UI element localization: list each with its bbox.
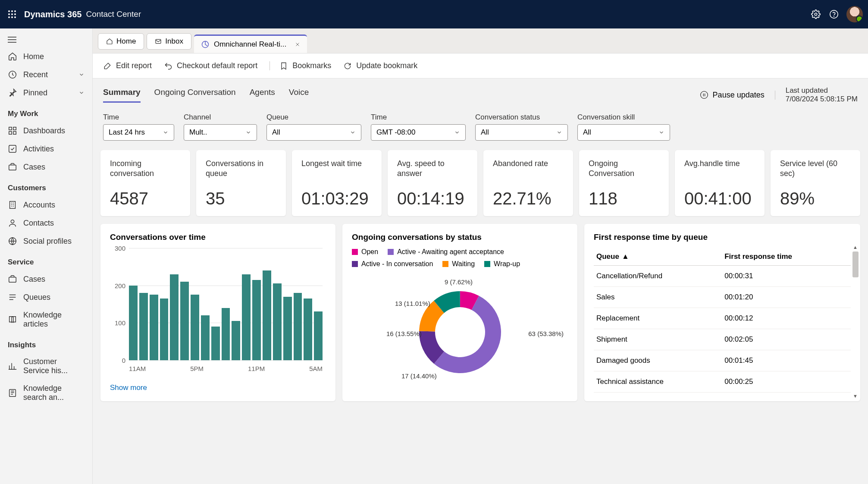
show-more-link[interactable]: Show more	[110, 383, 326, 392]
panel-title: Ongoing conversations by status	[352, 233, 568, 242]
brand-title: Dynamics 365	[24, 9, 81, 19]
table-row[interactable]: Replacement00:00:12	[594, 308, 851, 329]
nav-section-service: Service	[0, 250, 92, 270]
filter-status-dropdown[interactable]: All	[475, 124, 568, 141]
filter-conversation-status: Conversation status All	[475, 113, 568, 141]
bookmark-icon	[279, 62, 288, 70]
report-tab-ongoing[interactable]: Ongoing Conversation	[154, 88, 236, 103]
svg-point-10	[830, 10, 838, 18]
svg-rect-21	[9, 165, 16, 170]
nav-service-cases[interactable]: Cases	[0, 270, 92, 288]
brand-subtitle: Contact Center	[86, 9, 141, 19]
scroll-up-icon[interactable]: ▲	[853, 245, 858, 250]
close-icon[interactable]	[295, 42, 300, 47]
bar	[170, 274, 179, 360]
table-row[interactable]: Technical assistance00:00:25	[594, 371, 851, 393]
pill-label: Home	[116, 37, 136, 46]
table-row[interactable]: Sales00:01:20	[594, 287, 851, 308]
svg-point-5	[14, 13, 16, 15]
last-updated-label: Last updated	[786, 86, 858, 95]
kpi-row: Incoming conversation4587 Conversations …	[99, 150, 862, 216]
nav-collapse-icon[interactable]	[0, 32, 92, 47]
svg-rect-19	[13, 132, 16, 134]
nav-queues[interactable]: Queues	[0, 288, 92, 306]
session-tab-omnichannel[interactable]: Omnichannel Real-ti...	[194, 35, 307, 53]
report-tab-voice[interactable]: Voice	[289, 88, 309, 103]
nav-label: Knowledge search an...	[23, 384, 85, 402]
nav-recent[interactable]: Recent	[0, 66, 92, 84]
nav-label: Dashboards	[23, 126, 65, 135]
session-home-pill[interactable]: Home	[98, 33, 144, 50]
svg-rect-20	[9, 145, 16, 153]
panel-ongoing-by-status: Ongoing conversations by status Open Act…	[342, 224, 577, 401]
report-header: Summary Ongoing Conversation Agents Voic…	[99, 79, 862, 107]
user-avatar[interactable]	[846, 6, 863, 22]
app-launcher-icon[interactable]	[5, 7, 19, 21]
slice-label: 9 (7.62%)	[445, 278, 473, 286]
pause-label: Pause updates	[713, 91, 765, 100]
nav-activities[interactable]: Activities	[0, 140, 92, 158]
filter-channel-dropdown[interactable]: Mult..	[184, 124, 257, 141]
report-canvas: Summary Ongoing Conversation Agents Voic…	[93, 79, 868, 484]
nav-dashboards[interactable]: Dashboards	[0, 122, 92, 140]
response-time-table: Queue▲ First response time Cancellation/…	[594, 248, 851, 393]
nav-contacts[interactable]: Contacts	[0, 214, 92, 232]
col-queue[interactable]: Queue▲	[594, 248, 722, 266]
edit-report-button[interactable]: Edit report	[103, 61, 152, 70]
svg-point-7	[11, 16, 13, 18]
nav-accounts[interactable]: Accounts	[0, 196, 92, 214]
nav-label: Activities	[23, 145, 54, 154]
report-tab-summary[interactable]: Summary	[103, 88, 141, 103]
chevron-down-icon	[556, 129, 562, 135]
last-updated-value: 7/08/2024 5:08:15 PM	[786, 95, 858, 103]
nav-customer-service-history[interactable]: Customer Service his...	[0, 353, 92, 380]
nav-home[interactable]: Home	[0, 47, 92, 66]
table-row[interactable]: Damaged goods00:01:45	[594, 350, 851, 371]
checkout-report-button[interactable]: Checkout default report	[164, 61, 257, 70]
scroll-down-icon[interactable]: ▼	[853, 393, 858, 399]
table-row[interactable]: Cancellation/Refund00:00:31	[594, 266, 851, 287]
report-tab-agents[interactable]: Agents	[250, 88, 275, 103]
nav-pinned[interactable]: Pinned	[0, 84, 92, 102]
nav-knowledge-articles[interactable]: Knowledge articles	[0, 306, 92, 333]
settings-icon[interactable]	[807, 5, 825, 23]
table-row[interactable]: Shipment00:02:05	[594, 329, 851, 350]
svg-point-11	[834, 16, 834, 16]
svg-rect-18	[9, 132, 12, 134]
scrollbar-thumb[interactable]	[852, 251, 859, 277]
filter-skill-dropdown[interactable]: All	[577, 124, 670, 141]
session-inbox-pill[interactable]: Inbox	[147, 33, 191, 50]
bar	[242, 274, 251, 360]
donut-chart: 9 (7.62%) 63 (53.38%) 17 (14.40%) 16 (13…	[352, 274, 568, 390]
nav-label: Recent	[23, 70, 48, 79]
filter-time: Time Last 24 hrs	[103, 113, 174, 141]
nav-knowledge-search-analytics[interactable]: Knowledge search an...	[0, 380, 92, 406]
update-bookmark-button[interactable]: Update bookmark	[343, 61, 417, 70]
panel-conversations-over-time: Conversations over time 300 200 100 0 11…	[100, 224, 335, 401]
bookmarks-button[interactable]: Bookmarks	[269, 61, 331, 70]
kpi-avg-speed: Avg. speed to answer00:14:19	[388, 150, 477, 216]
svg-point-9	[815, 13, 817, 16]
svg-rect-25	[9, 277, 16, 282]
filter-label: Time	[371, 113, 466, 122]
svg-rect-26	[9, 390, 16, 397]
y-axis: 300 200 100 0	[110, 248, 127, 360]
check-icon	[8, 144, 17, 154]
help-icon[interactable]	[825, 5, 843, 23]
bar	[283, 297, 292, 360]
nav-social-profiles[interactable]: Social profiles	[0, 232, 92, 250]
pause-icon	[700, 91, 708, 99]
chart-legend: Open Active - Awaiting agent acceptance …	[352, 248, 568, 268]
panel-title: Conversations over time	[110, 233, 326, 242]
svg-point-1	[11, 10, 13, 12]
svg-rect-16	[9, 127, 12, 130]
col-first-response-time[interactable]: First response time	[722, 248, 851, 266]
bar	[314, 311, 323, 360]
filter-queue-dropdown[interactable]: All	[266, 124, 361, 141]
kpi-ongoing: Ongoing Conversation118	[579, 150, 669, 216]
filter-time-dropdown[interactable]: Last 24 hrs	[103, 124, 174, 141]
pause-updates-button[interactable]: Pause updates	[700, 91, 775, 100]
edit-icon	[103, 62, 112, 70]
filter-timezone-dropdown[interactable]: GMT -08:00	[371, 124, 466, 141]
nav-cases[interactable]: Cases	[0, 158, 92, 176]
